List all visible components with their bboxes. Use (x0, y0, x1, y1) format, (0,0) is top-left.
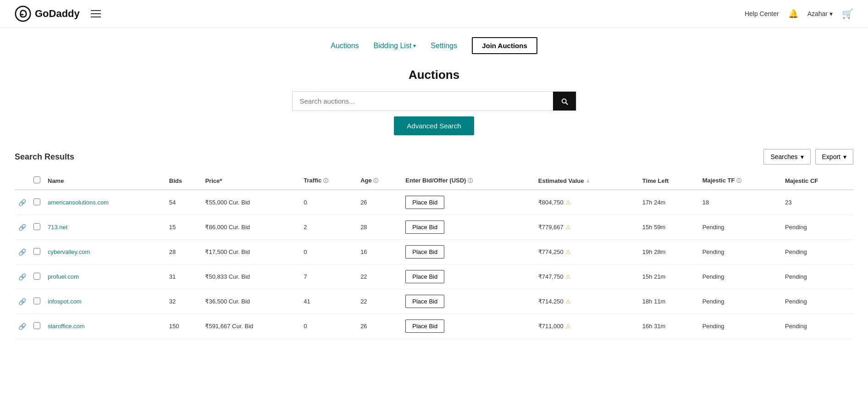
link-icon: 🔗 (18, 224, 26, 231)
logo[interactable]: GoDaddy (15, 6, 80, 22)
row-traffic: 0 (300, 240, 357, 264)
place-bid-button[interactable]: Place Bid (405, 295, 444, 308)
bid-info-icon[interactable]: ⓘ (468, 178, 473, 183)
table-row: 🔗 infospot.com 32 ₹36,500 Cur. Bid 41 22… (15, 289, 853, 314)
row-majestic-cf: Pending (781, 314, 853, 339)
age-info-icon[interactable]: ⓘ (373, 178, 378, 183)
select-all-checkbox[interactable] (33, 176, 40, 183)
row-majestic-tf: Pending (699, 314, 781, 339)
search-section: Advanced Search (0, 87, 868, 144)
row-age: 26 (357, 314, 402, 339)
row-majestic-cf: Pending (781, 289, 853, 314)
link-icon: 🔗 (18, 199, 26, 206)
link-icon: 🔗 (18, 323, 26, 330)
row-icon-col: 🔗 (15, 289, 30, 314)
user-menu[interactable]: Azahar ▾ (807, 10, 833, 17)
hamburger-menu[interactable] (91, 10, 101, 17)
bell-icon[interactable]: 🔔 (788, 9, 798, 19)
table-row: 🔗 americansolutions.com 54 ₹55,000 Cur. … (15, 190, 853, 215)
nav-settings[interactable]: Settings (431, 42, 457, 50)
row-bids: 15 (166, 215, 202, 240)
export-dropdown-button[interactable]: Export ▾ (815, 149, 853, 165)
user-name: Azahar (807, 10, 828, 17)
row-time-left: 16h 31m (639, 314, 699, 339)
row-checkbox-col (30, 264, 44, 289)
warning-icon: ⚠ (565, 248, 571, 255)
traffic-info-icon[interactable]: ⓘ (323, 178, 328, 183)
advanced-search-button[interactable]: Advanced Search (394, 116, 474, 135)
results-section: Search Results Searches ▾ Export ▾ Name (0, 144, 868, 348)
row-checkbox[interactable] (33, 223, 40, 230)
row-bid-action: Place Bid (402, 215, 534, 240)
nav-bidding-list[interactable]: Bidding List ▾ (374, 42, 416, 50)
page-title-section: Auctions (0, 59, 868, 87)
place-bid-button[interactable]: Place Bid (405, 245, 444, 259)
place-bid-button[interactable]: Place Bid (405, 270, 444, 283)
link-icon: 🔗 (18, 298, 26, 305)
row-checkbox-col (30, 240, 44, 264)
row-checkbox[interactable] (33, 297, 40, 304)
warning-icon: ⚠ (565, 273, 571, 280)
row-age: 16 (357, 240, 402, 264)
domain-link[interactable]: americansolutions.com (48, 199, 109, 206)
auction-table: Name Bids Price* Traffic ⓘ Age ⓘ Enter B (15, 172, 853, 339)
row-domain: 713.net (44, 215, 166, 240)
majestic-tf-info-icon[interactable]: ⓘ (736, 178, 741, 183)
user-chevron-icon: ▾ (829, 10, 833, 17)
table-row: 🔗 cybervalley.com 28 ₹17,500 Cur. Bid 0 … (15, 240, 853, 264)
row-age: 28 (357, 215, 402, 240)
cart-icon[interactable]: 🛒 (842, 8, 853, 19)
row-estimated-value: ₹779,667⚠ (535, 215, 639, 240)
row-majestic-cf: Pending (781, 215, 853, 240)
row-checkbox[interactable] (33, 248, 40, 255)
th-estimated-value[interactable]: Estimated Value ↓ (535, 172, 639, 190)
row-checkbox-col (30, 190, 44, 215)
domain-link[interactable]: infospot.com (48, 298, 82, 305)
domain-link[interactable]: cybervalley.com (48, 248, 90, 255)
row-domain: cybervalley.com (44, 240, 166, 264)
header-left: GoDaddy (15, 6, 101, 22)
link-icon: 🔗 (18, 273, 26, 281)
place-bid-button[interactable]: Place Bid (405, 220, 444, 234)
row-time-left: 18h 11m (639, 289, 699, 314)
th-majestic-cf: Majestic CF (781, 172, 853, 190)
table-row: 🔗 713.net 15 ₹86,000 Cur. Bid 2 28 Place… (15, 215, 853, 240)
domain-link[interactable]: 713.net (48, 224, 67, 231)
searches-dropdown-button[interactable]: Searches ▾ (763, 149, 810, 165)
row-time-left: 15h 21m (639, 264, 699, 289)
row-checkbox[interactable] (33, 273, 40, 280)
logo-icon (15, 6, 31, 22)
place-bid-button[interactable]: Place Bid (405, 319, 444, 333)
row-checkbox-col (30, 289, 44, 314)
main-nav: Auctions Bidding List ▾ Settings Join Au… (0, 28, 868, 59)
nav-auctions[interactable]: Auctions (331, 42, 359, 50)
th-time-left: Time Left (639, 172, 699, 190)
row-majestic-tf: Pending (699, 215, 781, 240)
export-chevron-icon: ▾ (843, 153, 846, 160)
row-majestic-tf: Pending (699, 289, 781, 314)
th-majestic-tf: Majestic TF ⓘ (699, 172, 781, 190)
table-row: 🔗 profuel.com 31 ₹50,833 Cur. Bid 7 22 P… (15, 264, 853, 289)
row-icon-col: 🔗 (15, 240, 30, 264)
header: GoDaddy Help Center 🔔 Azahar ▾ 🛒 (0, 0, 868, 28)
row-estimated-value: ₹747,750⚠ (535, 264, 639, 289)
row-traffic: 0 (300, 314, 357, 339)
row-checkbox[interactable] (33, 322, 40, 329)
th-traffic: Traffic ⓘ (300, 172, 357, 190)
search-input[interactable] (293, 92, 553, 110)
join-auctions-button[interactable]: Join Auctions (472, 37, 537, 54)
row-checkbox[interactable] (33, 198, 40, 205)
domain-link[interactable]: staroffice.com (48, 323, 85, 330)
row-bid-action: Place Bid (402, 289, 534, 314)
domain-link[interactable]: profuel.com (48, 273, 79, 280)
row-price: ₹36,500 Cur. Bid (201, 289, 300, 314)
place-bid-button[interactable]: Place Bid (405, 196, 444, 209)
table-header: Name Bids Price* Traffic ⓘ Age ⓘ Enter B (15, 172, 853, 190)
search-button[interactable] (553, 92, 576, 110)
row-icon-col: 🔗 (15, 190, 30, 215)
row-bid-action: Place Bid (402, 240, 534, 264)
help-center-link[interactable]: Help Center (745, 10, 779, 17)
row-time-left: 17h 24m (639, 190, 699, 215)
th-bids: Bids (166, 172, 202, 190)
row-icon-col: 🔗 (15, 264, 30, 289)
